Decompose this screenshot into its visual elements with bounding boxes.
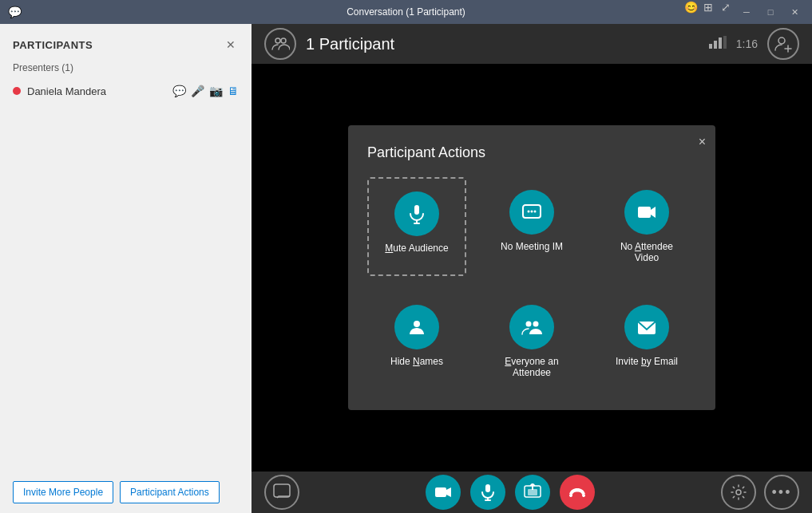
emoji-icon[interactable]: 😊 <box>683 1 699 23</box>
more-options-button[interactable]: ••• <box>764 475 799 510</box>
minimize-button[interactable]: ─ <box>735 1 758 23</box>
titlebar-controls: 😊 ⊞ ⤢ ─ □ ✕ <box>683 1 806 23</box>
close-button[interactable]: ✕ <box>783 1 806 23</box>
participants-circle-icon <box>264 28 296 60</box>
svg-point-18 <box>414 321 420 327</box>
screen-participant-icon[interactable]: 🖥 <box>228 85 239 97</box>
mic-button[interactable] <box>470 475 505 510</box>
close-panel-button[interactable]: ✕ <box>223 37 239 53</box>
grid-icon[interactable]: ⊞ <box>700 1 716 23</box>
add-participants-button[interactable] <box>767 28 799 60</box>
svg-point-14 <box>531 211 533 213</box>
settings-button[interactable] <box>721 475 756 510</box>
mute-audience-action[interactable]: Mute Audience <box>367 177 466 276</box>
chat-toolbar-button[interactable] <box>264 475 299 510</box>
time-display: 1:16 <box>736 37 758 50</box>
share-button[interactable] <box>515 475 550 510</box>
participant-name: Daniela Mandera <box>27 85 166 97</box>
participants-header: PARTICIPANTS ✕ <box>0 24 252 59</box>
mic-participant-icon[interactable]: 🎤 <box>191 85 204 97</box>
signal-icon <box>709 36 727 52</box>
no-attendee-video-label: No Attendee Video <box>610 241 683 263</box>
toolbar-center <box>426 475 595 510</box>
titlebar-title: Conversation (1 Participant) <box>347 6 465 18</box>
invite-by-email-label: Invite by Email <box>616 356 678 367</box>
participant-item: Daniela Mandera 💬 🎤 📷 🖥 <box>0 80 252 102</box>
mute-audience-icon <box>394 191 439 236</box>
participant-actions-modal: × Participant Actions <box>348 125 715 410</box>
svg-rect-9 <box>414 205 419 215</box>
hide-names-icon <box>394 305 439 349</box>
invite-by-email-action[interactable]: Invite by Email <box>597 292 696 391</box>
no-meeting-im-label: No Meeting IM <box>501 241 563 252</box>
chat-participant-icon[interactable]: 💬 <box>172 85 186 97</box>
svg-rect-5 <box>723 36 727 49</box>
svg-rect-23 <box>435 487 446 497</box>
svg-point-13 <box>528 211 530 213</box>
modal-title: Participant Actions <box>367 144 696 161</box>
svg-point-15 <box>534 211 537 213</box>
top-bar-right: 1:16 <box>709 28 799 60</box>
svg-point-6 <box>778 37 785 44</box>
everyone-attendee-label: Everyone an Attendee <box>495 356 568 378</box>
svg-point-0 <box>275 38 280 43</box>
modal-overlay: × Participant Actions <box>252 64 812 472</box>
everyone-attendee-action[interactable]: Everyone an Attendee <box>482 292 581 391</box>
presenters-label: Presenters (1) <box>0 59 252 80</box>
svg-marker-24 <box>446 487 451 497</box>
participants-title: PARTICIPANTS <box>13 39 93 51</box>
modal-actions-grid: Mute Audience No Me <box>367 177 696 391</box>
participant-actions-button[interactable]: Participant Actions <box>120 481 220 503</box>
top-bar-left: 1 Participant <box>264 28 394 60</box>
svg-rect-16 <box>638 207 651 218</box>
no-attendee-video-icon <box>624 190 669 235</box>
svg-rect-2 <box>709 44 712 49</box>
hide-names-action[interactable]: Hide Names <box>367 292 466 391</box>
svg-rect-29 <box>528 489 537 495</box>
svg-rect-4 <box>719 37 722 49</box>
toolbar-left <box>264 475 299 510</box>
hide-names-label: Hide Names <box>390 356 443 367</box>
end-call-button[interactable] <box>560 475 595 510</box>
svg-marker-17 <box>651 207 656 218</box>
invite-by-email-icon <box>624 305 669 349</box>
maximize-button[interactable]: □ <box>759 1 782 23</box>
left-panel-bottom: Invite More People Participant Actions <box>0 472 252 513</box>
svg-rect-25 <box>485 484 490 492</box>
svg-rect-22 <box>274 484 290 497</box>
video-participant-icon[interactable]: 📷 <box>209 85 223 97</box>
svg-rect-3 <box>714 41 717 49</box>
bottom-toolbar: ••• <box>252 472 812 513</box>
mute-audience-label: Mute Audience <box>385 243 448 254</box>
chat-icon: 💬 <box>6 6 22 18</box>
participants-count: 1 Participant <box>306 35 394 53</box>
video-button[interactable] <box>426 475 461 510</box>
participant-status-dot <box>13 87 21 95</box>
toolbar-right: ••• <box>721 475 799 510</box>
left-panel: PARTICIPANTS ✕ Presenters (1) Daniela Ma… <box>0 24 252 513</box>
expand-icon[interactable]: ⤢ <box>718 1 734 23</box>
no-meeting-im-action[interactable]: No Meeting IM <box>482 177 581 276</box>
svg-point-33 <box>736 490 741 495</box>
no-meeting-im-icon <box>509 190 554 235</box>
svg-point-1 <box>281 38 286 43</box>
video-area: × Participant Actions <box>252 64 812 472</box>
participant-icons: 💬 🎤 📷 🖥 <box>172 85 239 97</box>
modal-close-button[interactable]: × <box>699 135 706 149</box>
titlebar: 💬 Conversation (1 Participant) 😊 ⊞ ⤢ ─ □… <box>0 0 812 24</box>
svg-point-20 <box>533 322 539 327</box>
top-bar: 1 Participant 1:16 <box>252 24 812 64</box>
main-layout: PARTICIPANTS ✕ Presenters (1) Daniela Ma… <box>0 24 812 513</box>
right-area: 1 Participant 1:16 <box>252 24 812 513</box>
invite-more-button[interactable]: Invite More People <box>13 481 113 503</box>
titlebar-left-icons: 💬 <box>6 6 22 18</box>
no-attendee-video-action[interactable]: No Attendee Video <box>597 177 696 276</box>
everyone-attendee-icon <box>509 305 554 349</box>
svg-point-19 <box>526 322 532 327</box>
